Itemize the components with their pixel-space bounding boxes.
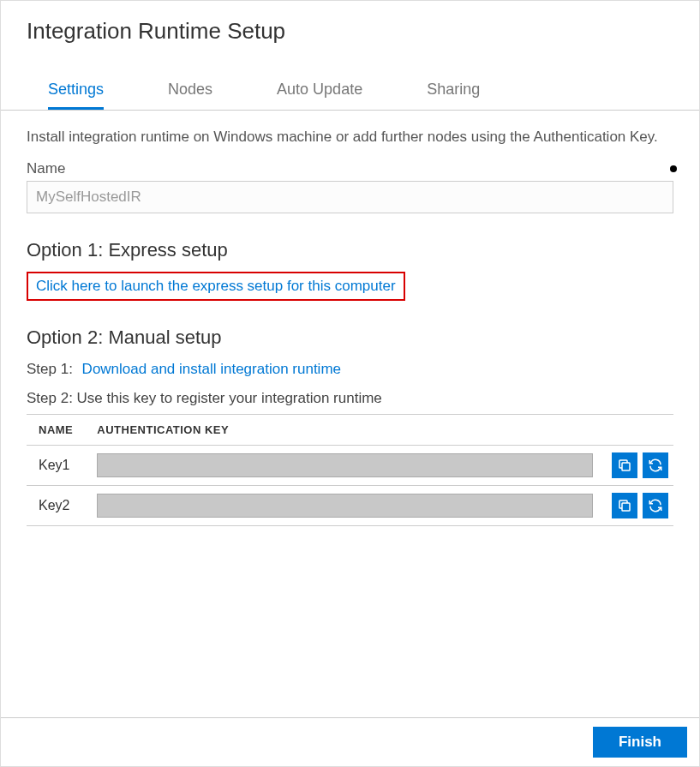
option2-heading: Option 2: Manual setup [27, 327, 673, 349]
table-row: Key1 [27, 445, 673, 485]
finish-button[interactable]: Finish [593, 727, 687, 758]
auth-key-table: NAME AUTHENTICATION KEY Key1 Key [27, 414, 673, 526]
page-title: Integration Runtime Setup [27, 18, 673, 45]
key-value-masked[interactable] [97, 453, 592, 477]
intro-text: Install integration runtime on Windows m… [27, 126, 673, 148]
copy-icon [617, 498, 632, 513]
footer: Finish [1, 717, 699, 766]
copy-icon [617, 458, 632, 473]
key-value-masked[interactable] [97, 494, 592, 518]
refresh-icon [648, 498, 663, 513]
refresh-button[interactable] [643, 452, 668, 478]
name-label: Name [27, 160, 65, 177]
express-link-highlight: Click here to launch the express setup f… [27, 272, 405, 301]
tab-bar: Settings Nodes Auto Update Sharing [1, 81, 699, 111]
tab-sharing[interactable]: Sharing [427, 81, 480, 110]
option1-heading: Option 1: Express setup [27, 239, 673, 261]
name-input[interactable] [27, 181, 673, 213]
step1-label: Step 1: [27, 361, 73, 377]
key-name: Key1 [27, 445, 85, 485]
express-setup-link[interactable]: Click here to launch the express setup f… [36, 278, 396, 294]
copy-button[interactable] [612, 452, 637, 478]
table-row: Key2 [27, 485, 673, 525]
tab-auto-update[interactable]: Auto Update [277, 81, 362, 110]
key-name: Key2 [27, 485, 85, 525]
copy-button[interactable] [612, 493, 637, 518]
refresh-button[interactable] [643, 493, 668, 518]
tab-settings[interactable]: Settings [48, 81, 104, 110]
col-name: NAME [27, 414, 85, 445]
tab-nodes[interactable]: Nodes [168, 81, 212, 110]
info-icon[interactable] [670, 165, 677, 172]
col-auth-key: AUTHENTICATION KEY [85, 414, 597, 445]
download-runtime-link[interactable]: Download and install integration runtime [82, 361, 341, 377]
svg-rect-1 [622, 503, 630, 511]
step2-text: Step 2: Use this key to register your in… [27, 390, 673, 407]
svg-rect-0 [622, 463, 630, 470]
refresh-icon [648, 458, 663, 473]
